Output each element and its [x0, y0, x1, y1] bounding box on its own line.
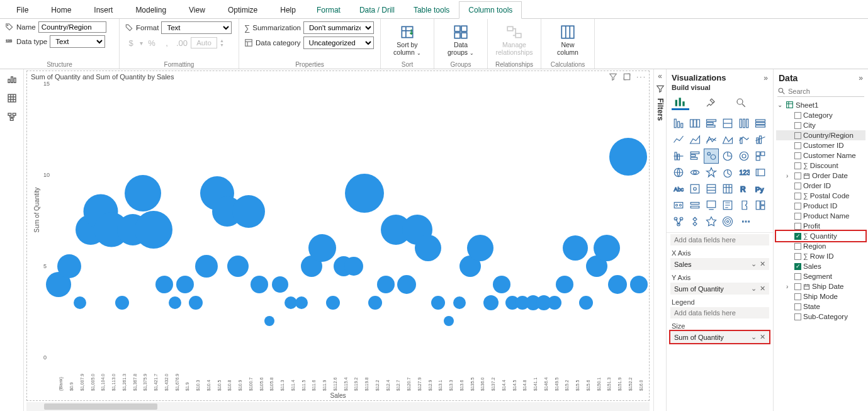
checkbox[interactable]: [794, 273, 801, 280]
viz-type-12[interactable]: [672, 149, 685, 163]
collapse-data-icon[interactable]: »: [859, 74, 863, 82]
field-state[interactable]: State: [776, 301, 865, 312]
percent-button[interactable]: %: [145, 37, 158, 49]
checkbox[interactable]: [794, 313, 801, 320]
menu-tabletools[interactable]: Table tools: [404, 1, 459, 19]
field-sub-category[interactable]: Sub-Category: [776, 312, 865, 322]
menu-file[interactable]: File: [5, 2, 40, 18]
viz-type-38[interactable]: [704, 215, 718, 228]
collapse-viz-icon[interactable]: »: [764, 74, 768, 82]
summarization-select[interactable]: Don't summarize: [303, 21, 374, 34]
bubble[interactable]: [453, 296, 466, 309]
menu-datadrill[interactable]: Data / Drill: [350, 1, 404, 19]
viz-type-19[interactable]: [688, 166, 702, 179]
report-view-icon[interactable]: [7, 74, 17, 84]
viz-type-2[interactable]: [704, 116, 718, 130]
checkbox[interactable]: [794, 172, 801, 179]
comma-button[interactable]: ,: [161, 37, 173, 49]
viz-type-9[interactable]: [721, 133, 735, 147]
field-customer-name[interactable]: Customer Name: [776, 150, 865, 160]
viz-type-39[interactable]: [721, 215, 735, 228]
bubble[interactable]: [368, 296, 382, 310]
chevron-down-icon[interactable]: ⌄: [751, 333, 757, 341]
bubble[interactable]: [264, 316, 274, 326]
bubble[interactable]: [344, 257, 363, 276]
bubble[interactable]: [431, 296, 445, 310]
checkbox[interactable]: [794, 223, 801, 230]
checkbox[interactable]: [794, 293, 801, 300]
viz-type-24[interactable]: Abc: [672, 182, 685, 196]
viz-type-40[interactable]: ⋯: [737, 215, 751, 228]
bubble[interactable]: [377, 276, 395, 293]
size-field[interactable]: Sum of Quantity ⌄✕: [670, 331, 769, 343]
field-order-date[interactable]: ›Order Date: [776, 171, 865, 181]
viz-type-26[interactable]: [704, 182, 718, 196]
viz-type-22[interactable]: 123: [737, 166, 751, 179]
field-ship-mode[interactable]: Ship Mode: [776, 291, 865, 301]
format-visual-tab[interactable]: [702, 95, 719, 110]
bubble[interactable]: [295, 296, 308, 309]
bubble[interactable]: [609, 138, 647, 176]
viz-type-25[interactable]: [688, 182, 702, 196]
viz-type-11[interactable]: [753, 133, 767, 147]
viz-type-30[interactable]: [672, 198, 685, 212]
filters-pane[interactable]: « Filters: [654, 69, 667, 411]
field-product-name[interactable]: Product Name: [776, 211, 865, 221]
report-canvas[interactable]: ··· Sum of Quantity and Sum of Quantity …: [24, 69, 654, 411]
viz-type-10[interactable]: [737, 133, 751, 147]
bubble[interactable]: [251, 276, 268, 293]
focus-icon[interactable]: [623, 72, 631, 81]
field-row-id[interactable]: ∑Row ID: [776, 251, 865, 261]
remove-icon[interactable]: ✕: [760, 333, 765, 341]
field-discount[interactable]: ∑Discount: [776, 160, 865, 171]
checkbox[interactable]: [794, 152, 801, 159]
model-view-icon[interactable]: [7, 112, 17, 122]
viz-type-37[interactable]: [688, 215, 702, 228]
menu-modeling[interactable]: Modeling: [124, 2, 178, 18]
bubble[interactable]: [232, 195, 265, 228]
checkbox[interactable]: [794, 303, 801, 310]
viz-type-16[interactable]: [737, 149, 751, 163]
checkbox[interactable]: [794, 263, 801, 270]
chevron-down-icon[interactable]: ⌄: [751, 260, 757, 268]
viz-type-1[interactable]: [688, 116, 702, 130]
chart-visual[interactable]: ··· Sum of Quantity and Sum of Quantity …: [26, 70, 650, 401]
bubble[interactable]: [189, 296, 203, 310]
viz-type-13[interactable]: [688, 149, 702, 163]
new-column-button[interactable]: Newcolumn: [546, 21, 589, 59]
viz-type-3[interactable]: [721, 116, 735, 130]
menu-help[interactable]: Help: [269, 2, 307, 18]
bubble[interactable]: [608, 275, 627, 294]
bubble[interactable]: [594, 235, 620, 261]
field-postal-code[interactable]: ∑Postal Code: [776, 191, 865, 201]
bubble[interactable]: [397, 275, 416, 294]
field-sales[interactable]: Sales: [776, 261, 865, 271]
viz-type-29[interactable]: Py: [753, 182, 767, 196]
checkbox[interactable]: [794, 193, 801, 200]
name-input[interactable]: [38, 21, 106, 33]
bubble[interactable]: [483, 295, 499, 310]
bubble[interactable]: [345, 174, 384, 213]
yaxis-field[interactable]: Sum of Quantity ⌄✕: [670, 283, 769, 295]
viz-type-27[interactable]: [721, 182, 735, 196]
menu-insert[interactable]: Insert: [82, 2, 124, 18]
field-segment[interactable]: Segment: [776, 271, 865, 281]
menu-optimize[interactable]: Optimize: [217, 2, 269, 18]
checkbox[interactable]: [794, 203, 801, 210]
datatype-select[interactable]: Text: [50, 35, 105, 48]
checkbox[interactable]: [794, 132, 801, 139]
table-node[interactable]: ⌄ Sheet1: [776, 99, 865, 110]
field-country-region[interactable]: Country/Region: [776, 130, 865, 140]
legend-well[interactable]: Add data fields here: [670, 307, 769, 318]
checkbox[interactable]: [794, 122, 801, 129]
field-customer-id[interactable]: Customer ID: [776, 140, 865, 150]
checkbox[interactable]: [794, 253, 801, 260]
viz-type-32[interactable]: [704, 198, 718, 212]
search-box[interactable]: [777, 86, 864, 97]
viz-type-21[interactable]: [721, 166, 735, 179]
field-city[interactable]: City: [776, 120, 865, 130]
field-quantity[interactable]: ∑Quantity: [776, 231, 865, 241]
viz-type-18[interactable]: [672, 166, 685, 179]
viz-type-15[interactable]: [721, 149, 735, 163]
bubble[interactable]: [548, 296, 561, 310]
